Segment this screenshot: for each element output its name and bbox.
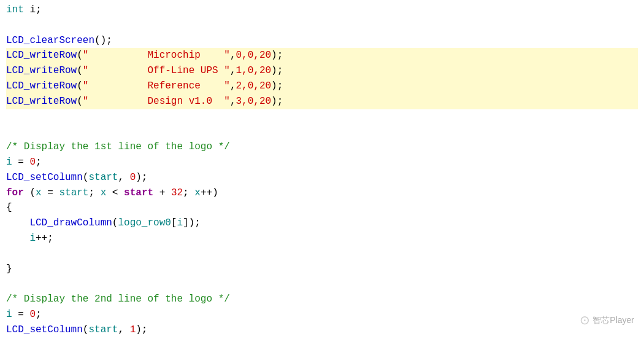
code-line: LCD_setColumn(start, 1); [6, 322, 638, 338]
code-line: LCD_clearScreen(); [6, 33, 638, 49]
code-line-highlighted: LCD_writeRow(" Design v1.0 ",3,0,20); [6, 94, 638, 109]
empty-line [6, 246, 638, 262]
code-line: for (x = start; x < start + 32; x++) [6, 185, 638, 201]
code-line-highlighted: LCD_writeRow(" Reference ",2,0,20); [6, 79, 638, 94]
code-line: { [6, 200, 638, 216]
code-line: LCD_drawColumn(logo_row0[i]); [6, 216, 638, 231]
watermark: ⊙ 智芯Player [580, 311, 634, 329]
code-line: i = 0; [6, 307, 638, 322]
code-line: i = 0; [6, 155, 638, 170]
code-line: LCD_setColumn(start, 0); [6, 170, 638, 185]
empty-line [6, 18, 638, 33]
code-line: } [6, 262, 638, 277]
watermark-text: 智芯Player [592, 314, 634, 327]
keyword-int: int [6, 4, 24, 15]
watermark-icon: ⊙ [580, 311, 590, 329]
code-line-comment: /* Display the 2nd line of the logo */ [6, 292, 638, 307]
empty-line [6, 124, 638, 139]
code-line-highlighted: LCD_writeRow(" Microchip ",0,0,20); [6, 48, 638, 63]
code-line-highlighted: LCD_writeRow(" Off-Line UPS ",1,0,20); [6, 63, 638, 79]
code-line: i++; [6, 231, 638, 246]
code-line: int i; [6, 2, 638, 18]
code-container: int i; LCD_clearScreen(); LCD_writeRow("… [0, 0, 644, 339]
empty-line [6, 109, 638, 125]
empty-line [6, 276, 638, 292]
code-line-comment: /* Display the 1st line of the logo */ [6, 139, 638, 155]
